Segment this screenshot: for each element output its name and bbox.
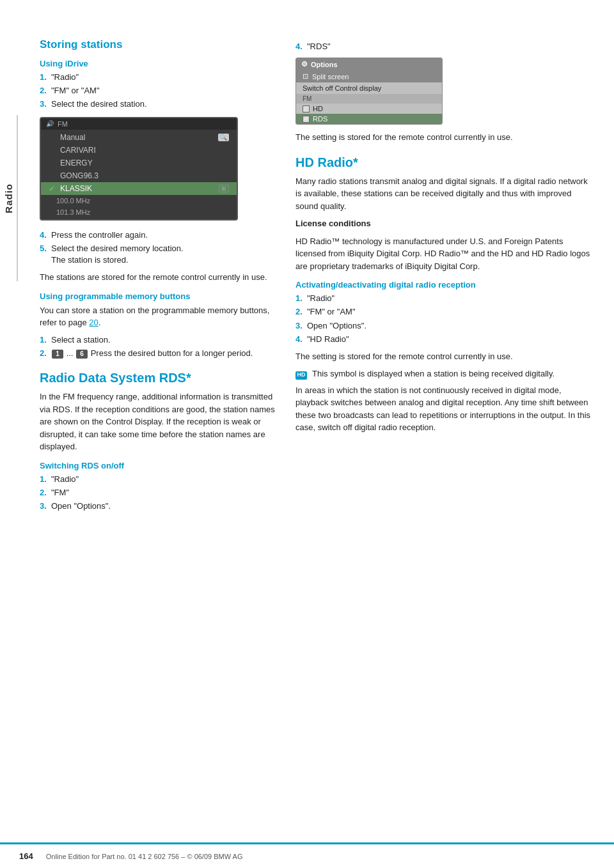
list-item: 1. Select a station. bbox=[40, 334, 276, 346]
fm-screen: 🔊 FM Manual 🔍 CARIVARI ENERG bbox=[40, 117, 238, 221]
manual-icon: 🔍 bbox=[218, 134, 229, 141]
using-idrive-title: Using iDrive bbox=[40, 59, 276, 68]
fm-station-name: GONG96.3 bbox=[60, 171, 98, 180]
step-num: 1. bbox=[40, 474, 49, 485]
hd-digital-para: In areas in which the station is not con… bbox=[295, 384, 595, 434]
list-item: 1. "Radio" bbox=[40, 474, 276, 485]
list-item: 4. "RDS" bbox=[295, 41, 595, 52]
step-num: 4. bbox=[40, 229, 49, 241]
rds-title: Radio Data System RDS* bbox=[40, 371, 276, 385]
fm-station-name: CARIVARI bbox=[60, 146, 96, 155]
fm-header-label: FM bbox=[58, 120, 68, 128]
step-num: 4. bbox=[295, 41, 304, 52]
step-num: 3. bbox=[295, 320, 304, 332]
fm-header-icon: 🔊 bbox=[46, 120, 54, 127]
step-num: 1. bbox=[40, 334, 49, 346]
list-item: 3. Open "Options". bbox=[40, 500, 276, 512]
step-num: 5. bbox=[40, 243, 49, 266]
fm-rows: Manual 🔍 CARIVARI ENERGY GONG96.3 bbox=[41, 130, 237, 219]
list-item: 3. Select the desired station. bbox=[40, 98, 276, 110]
step-num: 4. bbox=[295, 334, 304, 345]
hd-para1: Many radio stations transmit analog and … bbox=[295, 175, 595, 213]
step-num: 2. bbox=[40, 348, 49, 359]
step-num: 2. bbox=[40, 487, 49, 499]
check-icon bbox=[49, 171, 56, 180]
fm-screen-header: 🔊 FM bbox=[41, 118, 237, 130]
list-item: 2. "FM" or "AM" bbox=[40, 85, 276, 97]
step-num: 1. bbox=[40, 72, 49, 83]
left-column: Storing stations Using iDrive 1. "Radio"… bbox=[40, 38, 276, 517]
fm-station-name: ENERGY bbox=[60, 159, 93, 167]
step-text: "Radio" bbox=[51, 474, 79, 485]
stations-stored-para: The stations are stored for the remote c… bbox=[40, 271, 276, 284]
fm-freq: 101.3 MHz bbox=[56, 208, 90, 216]
page-link[interactable]: 20 bbox=[89, 318, 98, 327]
check-icon bbox=[49, 146, 56, 155]
step-text: "RDS" bbox=[307, 41, 331, 52]
main-content: Storing stations Using iDrive 1. "Radio"… bbox=[27, 0, 614, 555]
options-title: Options bbox=[311, 61, 338, 68]
list-item: 4. Press the controller again. bbox=[40, 229, 276, 241]
check-icon bbox=[49, 159, 56, 167]
hd-note-para: HD This symbol is displayed when a stati… bbox=[295, 368, 595, 380]
step-text: Open "Options". bbox=[51, 500, 111, 512]
step-text: "FM" or "AM" bbox=[51, 85, 100, 97]
fm-row-klassik: ✓ KLASSIK ⊞ bbox=[41, 182, 237, 195]
options-stored-para: The setting is stored for the remote con… bbox=[295, 131, 595, 144]
rds-label: RDS bbox=[313, 115, 327, 123]
step-num: 2. bbox=[295, 306, 304, 318]
rds-para: In the FM frequency range, additional in… bbox=[40, 391, 276, 453]
footer: 164 Online Edition for Part no. 01 41 2 … bbox=[0, 842, 614, 868]
fm-row-gong: GONG96.3 bbox=[41, 169, 237, 182]
sidebar-label: Radio bbox=[3, 183, 14, 213]
step-text: Select a station. bbox=[51, 334, 111, 346]
step-text: "HD Radio" bbox=[307, 334, 349, 345]
list-item: 2. "FM" or "AM" bbox=[295, 306, 595, 318]
hd-label: HD bbox=[313, 105, 323, 112]
switching-rds-title: Switching RDS on/off bbox=[40, 461, 276, 470]
step-num: 2. bbox=[40, 85, 49, 97]
footer-text: Online Edition for Part no. 01 41 2 602 … bbox=[46, 853, 243, 860]
license-para: HD Radio™ technology is manufactured und… bbox=[295, 235, 595, 273]
sidebar-tab: Radio bbox=[0, 115, 18, 281]
split-screen-icon: ⊡ bbox=[303, 72, 308, 81]
fm-extra-icon: ⊞ bbox=[219, 185, 229, 192]
options-hd-row: HD bbox=[296, 104, 442, 114]
step-num: 1. bbox=[295, 293, 304, 304]
hd-checkbox bbox=[303, 105, 310, 112]
hd-symbol: HD bbox=[295, 368, 310, 380]
step-num: 3. bbox=[40, 98, 49, 110]
programmable-para: You can store a station on the programma… bbox=[40, 304, 276, 329]
button-6: 6 bbox=[76, 350, 88, 359]
options-icon: ⚙ bbox=[301, 60, 308, 68]
rds-steps-list: 1. "Radio" 2. "FM" 3. Open "Options". bbox=[40, 474, 276, 513]
programmable-btns-title: Using programmable memory buttons bbox=[40, 291, 276, 301]
list-item: 5. Select the desired memory location.Th… bbox=[40, 243, 276, 266]
step-text: "Radio" bbox=[51, 72, 79, 83]
list-item: 4. "HD Radio" bbox=[295, 334, 595, 345]
options-screen: ⚙ Options ⊡ Split screen Switch off Cont… bbox=[295, 58, 443, 125]
step-text: "FM" or "AM" bbox=[307, 306, 356, 318]
storing-stations-title: Storing stations bbox=[40, 38, 276, 51]
step-text: Select the desired station. bbox=[51, 98, 147, 110]
check-icon: ✓ bbox=[49, 184, 56, 193]
list-item: 1. "Radio" bbox=[40, 72, 276, 83]
button-1: 1 bbox=[52, 350, 63, 359]
check-icon bbox=[49, 133, 56, 142]
step-num: 3. bbox=[40, 500, 49, 512]
idrive-steps2-list: 4. Press the controller again. 5. Select… bbox=[40, 229, 276, 267]
activating-title: Activating/deactivating digital radio re… bbox=[295, 280, 595, 290]
hd-note-text: This symbol is displayed when a station … bbox=[312, 368, 555, 380]
fm-station-name: Manual bbox=[60, 133, 85, 142]
rds-step4-list: 4. "RDS" bbox=[295, 41, 595, 52]
fm-row-energy: ENERGY bbox=[41, 157, 237, 169]
fm-row-freq1: 100.0 MHz bbox=[41, 195, 237, 206]
switch-off-label: Switch off Control display bbox=[303, 84, 381, 92]
hd-radio-title: HD Radio* bbox=[295, 155, 595, 170]
hd-steps-list: 1. "Radio" 2. "FM" or "AM" 3. Open "Opti… bbox=[295, 293, 595, 345]
fm-freq: 100.0 MHz bbox=[56, 197, 90, 205]
step-text: "Radio" bbox=[307, 293, 335, 304]
fm-station-name: KLASSIK bbox=[60, 184, 92, 193]
step-text: "FM" bbox=[51, 487, 69, 499]
list-item: 2. 1 ... 6 Press the desired button for … bbox=[40, 348, 276, 359]
